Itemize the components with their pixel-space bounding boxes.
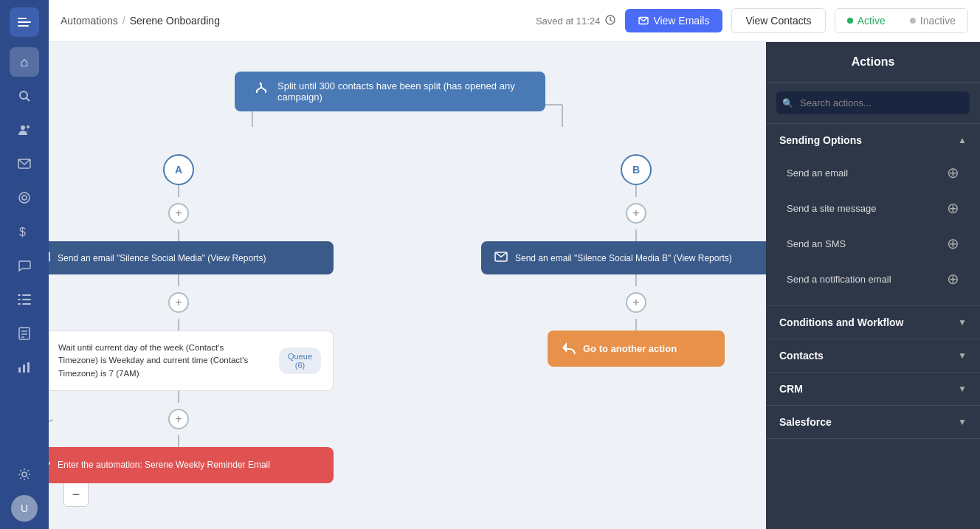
settings-icon[interactable] [10, 460, 39, 489]
header: Automations / Serene Onboarding Saved at… [49, 0, 980, 42]
conditions-chevron: ▼ [958, 317, 967, 328]
contacts-icon[interactable] [10, 115, 39, 145]
svg-line-4 [27, 98, 30, 101]
breadcrumb-current[interactable]: Serene Onboarding [130, 15, 220, 27]
svg-text:$: $ [19, 226, 26, 238]
salesforce-label: Salesforce [779, 416, 832, 428]
trigger-icon [49, 457, 50, 473]
chart-icon[interactable] [10, 353, 39, 382]
breadcrumb-separator: / [122, 15, 125, 27]
svg-rect-2 [18, 25, 29, 27]
reports-icon[interactable] [10, 319, 39, 348]
svg-point-5 [21, 125, 25, 130]
email-icon[interactable] [10, 149, 39, 179]
inactive-label: Inactive [920, 15, 956, 27]
goto-icon [561, 341, 576, 356]
home-icon[interactable]: ⌂ [10, 47, 39, 77]
svg-point-8 [19, 193, 30, 203]
active-dot [847, 18, 853, 24]
trigger-node[interactable]: Enter the automation: Serene Weekly Remi… [49, 447, 334, 483]
branch-b-add2-button[interactable]: + [626, 292, 646, 313]
conditions-section[interactable]: Conditions and Workflow ▼ [766, 306, 980, 339]
svg-rect-32 [49, 252, 49, 261]
crm-chevron: ▼ [958, 384, 967, 394]
svg-rect-1 [18, 18, 27, 19]
workflow-container: Split until 300 contacts have been split… [49, 42, 766, 529]
inactive-status-button[interactable]: Inactive [898, 9, 967, 32]
main-area: Automations / Serene Onboarding Saved at… [49, 0, 980, 529]
svg-rect-11 [18, 294, 21, 296]
contacts-label: Contacts [779, 350, 824, 362]
search-icon[interactable] [10, 81, 39, 111]
branch-b: B + Send an email "Silence Social Media … [481, 154, 766, 483]
send-sms-item[interactable]: Send an SMS ⊕ [776, 227, 970, 260]
wait-node[interactable]: Wait until current day of the week (Cont… [49, 331, 334, 391]
email-b-node[interactable]: Send an email "Silence Social Media B" (… [481, 241, 766, 274]
breadcrumb-root[interactable]: Automations [61, 15, 118, 27]
view-contacts-button[interactable]: View Contacts [731, 8, 825, 33]
svg-point-3 [20, 91, 27, 99]
branch-a-add3-button[interactable]: + [168, 409, 189, 429]
analytics-icon[interactable] [10, 183, 39, 212]
branch-a-add2-button[interactable]: + [168, 292, 189, 313]
svg-rect-14 [22, 299, 31, 300]
lists-icon[interactable] [10, 285, 39, 314]
wait-label: Wait until current day of the week (Cont… [58, 342, 258, 380]
crm-section[interactable]: CRM ▼ [766, 373, 980, 406]
email-b-label: Send an email "Silence Social Media B" (… [515, 253, 732, 263]
send-sms-plus-icon[interactable]: ⊕ [947, 235, 959, 252]
send-notification-label: Send a notification email [787, 274, 891, 285]
split-node[interactable]: Split until 300 contacts have been split… [235, 72, 545, 111]
avatar: U [11, 495, 38, 522]
conditions-label: Conditions and Workflow [779, 317, 904, 328]
sending-options-header[interactable]: Sending Options ▲ [766, 124, 980, 156]
send-site-message-plus-icon[interactable]: ⊕ [947, 199, 959, 217]
zoom-out-button[interactable]: − [64, 483, 88, 506]
logo[interactable] [10, 7, 39, 37]
inactive-dot [910, 18, 916, 24]
view-contacts-label: View Contacts [745, 15, 811, 27]
send-site-message-item[interactable]: Send a site message ⊕ [776, 192, 970, 224]
send-notification-item[interactable]: Send a notification email ⊕ [776, 263, 970, 295]
actions-panel: Actions Sending Options ▲ Send an email … [766, 42, 980, 529]
svg-rect-16 [22, 303, 31, 305]
contacts-section[interactable]: Contacts ▼ [766, 339, 980, 373]
svg-rect-13 [18, 299, 21, 300]
svg-point-6 [27, 125, 30, 128]
send-email-plus-icon[interactable]: ⊕ [947, 164, 959, 181]
breadcrumb: Automations / Serene Onboarding [61, 15, 527, 27]
goto-node[interactable]: Go to another action [548, 331, 725, 367]
sending-options-section: Sending Options ▲ Send an email ⊕ Send a… [766, 124, 980, 306]
branch-b-label: B [621, 154, 652, 185]
trigger-label: Enter the automation: Serene Weekly Remi… [58, 460, 270, 470]
send-email-label: Send an email [787, 167, 848, 179]
salesforce-section[interactable]: Salesforce ▼ [766, 406, 980, 439]
svg-point-31 [260, 82, 262, 84]
panel-title: Actions [766, 42, 980, 83]
revenue-icon[interactable]: $ [10, 217, 39, 246]
history-icon[interactable] [604, 14, 616, 28]
sending-options-label: Sending Options [779, 134, 862, 146]
branch-a-label: A [163, 154, 194, 185]
view-emails-button[interactable]: View Emails [625, 9, 722, 32]
crm-label: CRM [779, 383, 803, 395]
send-notification-plus-icon[interactable]: ⊕ [947, 270, 959, 288]
email-a-icon [49, 252, 50, 264]
messages-icon[interactable] [10, 251, 39, 280]
sending-options-items: Send an email ⊕ Send a site message ⊕ Se… [766, 156, 980, 305]
branch-a-add-button[interactable]: + [168, 203, 189, 224]
sending-options-chevron: ▲ [958, 135, 967, 145]
search-input[interactable] [776, 91, 970, 114]
send-sms-label: Send an SMS [787, 238, 846, 249]
active-label: Active [858, 15, 886, 27]
email-a-node[interactable]: Send an email "Silence Social Media" (Vi… [49, 241, 334, 274]
saved-text: Saved at 11:24 [536, 15, 600, 27]
active-status-button[interactable]: Active [835, 9, 897, 32]
view-emails-label: View Emails [653, 15, 709, 27]
split-icon [252, 82, 270, 102]
svg-point-24 [22, 472, 27, 477]
svg-rect-22 [23, 364, 25, 373]
panel-search [766, 83, 980, 124]
branch-b-add-button[interactable]: + [626, 203, 646, 224]
send-email-item[interactable]: Send an email ⊕ [776, 156, 970, 189]
